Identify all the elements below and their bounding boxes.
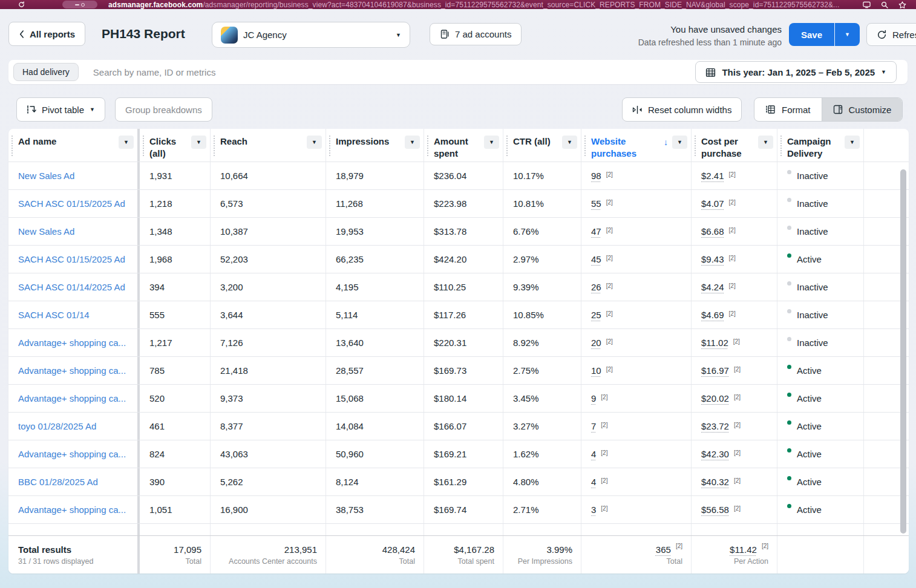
cell-impressions: 8,124 <box>326 468 424 495</box>
metric-value[interactable]: $2.41 <box>701 171 724 181</box>
column-menu-caret[interactable]: ▼ <box>191 136 206 149</box>
pivot-table-button[interactable]: Pivot table ▼ <box>16 97 105 122</box>
send-to-device-icon[interactable] <box>863 1 871 8</box>
column-drag-handle-icon[interactable] <box>11 136 13 156</box>
ad-name-link[interactable]: New Sales Ad <box>18 226 74 237</box>
metric-value[interactable]: $42.30 <box>701 449 729 459</box>
extension-pill[interactable] <box>62 1 97 8</box>
column-drag-handle-icon[interactable] <box>695 136 696 156</box>
column-drag-handle-icon[interactable] <box>329 136 330 156</box>
footer-total-value[interactable]: 365[2] <box>656 544 682 555</box>
customize-button[interactable]: Customize <box>822 98 903 121</box>
ad-name-link[interactable]: New Sales Ad <box>18 171 74 181</box>
vertical-scrollbar-thumb[interactable] <box>900 169 906 534</box>
metric-value[interactable]: 3 <box>591 505 596 515</box>
column-header-spent[interactable]: Amount spent▼ <box>424 129 503 162</box>
column-menu-caret[interactable]: ▼ <box>405 136 420 149</box>
save-button[interactable]: Save <box>789 23 834 46</box>
reload-icon[interactable] <box>18 1 25 8</box>
column-drag-handle-icon[interactable] <box>427 136 428 156</box>
column-drag-handle-icon[interactable] <box>584 136 586 156</box>
column-drag-handle-icon[interactable] <box>214 136 215 156</box>
column-menu-caret[interactable]: ▼ <box>758 136 773 149</box>
cell-reach: 43,063 <box>211 440 326 468</box>
column-drag-handle-icon[interactable] <box>506 136 508 156</box>
column-menu-caret[interactable]: ▼ <box>562 136 577 149</box>
column-menu-caret[interactable]: ▼ <box>484 136 499 149</box>
format-button[interactable]: Format <box>754 98 822 121</box>
report-table: Ad name▼Clicks (all)▼Reach▼Impressions▼A… <box>8 129 909 573</box>
cell-spent: $110.25 <box>424 273 503 301</box>
metric-value[interactable]: $20.02 <box>701 393 729 403</box>
column-drag-handle-icon[interactable] <box>143 136 144 156</box>
save-options-caret[interactable]: ▼ <box>834 23 860 46</box>
metric-value[interactable]: $40.32 <box>701 477 729 487</box>
column-header-purchases[interactable]: Website purchases↓▼ <box>581 129 692 162</box>
search-icon[interactable] <box>881 1 888 8</box>
column-header-impressions[interactable]: Impressions▼ <box>326 129 424 162</box>
column-header-ctr[interactable]: CTR (all)▼ <box>503 129 581 162</box>
column-menu-caret[interactable]: ▼ <box>119 136 134 149</box>
metric-value[interactable]: 47 <box>591 226 601 237</box>
metric-value[interactable]: 4 <box>591 449 596 459</box>
footer-cell-purchases: 365[2]Total <box>581 536 692 573</box>
unsaved-changes-text: You have unsaved changes <box>638 24 782 34</box>
cell-impressions: 5,114 <box>326 301 424 328</box>
metric-value[interactable]: $23.72 <box>701 421 729 431</box>
cell-clicks: 1,217 <box>140 329 211 356</box>
metric-value[interactable]: $4.07 <box>701 198 724 209</box>
ad-accounts-button[interactable]: 7 ad accounts <box>430 23 522 45</box>
column-header-delivery[interactable]: Campaign Delivery▼ <box>777 129 864 162</box>
ad-name-link[interactable]: BBC 01/28/2025 Ad <box>18 477 98 487</box>
metric-value[interactable]: $11.02 <box>701 338 728 348</box>
ad-name-link[interactable]: SACH ASC 01/15/2025 Ad <box>18 198 125 209</box>
column-header-clicks[interactable]: Clicks (all)▼ <box>140 129 211 162</box>
business-selector[interactable]: JC Agency ▼ <box>212 22 410 48</box>
ad-name-link[interactable]: SACH ASC 01/14 <box>18 310 90 320</box>
refresh-button[interactable]: Refresh <box>866 23 916 46</box>
metric-value[interactable]: 45 <box>591 254 601 264</box>
ad-name-link[interactable]: Advantage+ shopping ca... <box>18 393 126 403</box>
bookmark-star-icon[interactable] <box>898 1 906 8</box>
metric-value[interactable]: $4.69 <box>701 310 724 320</box>
ad-name-link[interactable]: Advantage+ shopping ca... <box>18 338 126 348</box>
url-text[interactable]: adsmanager.facebook.com/adsmanager/repor… <box>108 1 855 9</box>
metric-value[interactable]: 98 <box>591 171 601 181</box>
column-drag-handle-icon[interactable] <box>780 136 782 156</box>
metric-value[interactable]: 10 <box>591 365 601 376</box>
reset-column-widths-button[interactable]: Reset column widths <box>622 97 742 122</box>
ad-name-link[interactable]: toyo 01/28/2025 Ad <box>18 421 96 431</box>
metric-value[interactable]: $56.58 <box>701 505 729 515</box>
metric-value[interactable]: 26 <box>591 282 601 292</box>
ad-name-link[interactable]: SACH ASC 01/15/2025 Ad <box>18 254 125 264</box>
ad-name-link[interactable]: Advantage+ shopping ca... <box>18 365 126 376</box>
search-input[interactable] <box>93 67 696 77</box>
all-reports-back-button[interactable]: All reports <box>8 22 85 46</box>
ad-name-link[interactable]: Advantage+ shopping ca... <box>18 449 126 459</box>
ad-name-link[interactable]: SACH ASC 01/14/2025 Ad <box>18 282 125 292</box>
column-menu-caret[interactable]: ▼ <box>845 136 860 149</box>
column-menu-caret[interactable]: ▼ <box>672 136 687 149</box>
metric-value[interactable]: 7 <box>591 421 596 431</box>
browser-url-bar[interactable]: adsmanager.facebook.com/adsmanager/repor… <box>0 0 916 9</box>
metric-value[interactable]: $16.97 <box>701 365 729 376</box>
had-delivery-filter-chip[interactable]: Had delivery <box>13 63 79 81</box>
metric-value[interactable]: $4.24 <box>701 282 724 292</box>
column-header-reach[interactable]: Reach▼ <box>211 129 326 162</box>
cell-purchases: 45[2] <box>581 246 692 273</box>
footer-total-value[interactable]: $11.42[2] <box>730 544 768 555</box>
column-header-cost[interactable]: Cost per purchase▼ <box>692 129 777 162</box>
metric-value[interactable]: 20 <box>591 338 601 348</box>
metric-value[interactable]: $9.43 <box>701 254 724 264</box>
metric-value[interactable]: $6.68 <box>701 226 724 237</box>
group-breakdowns-button[interactable]: Group breakdowns <box>115 97 212 122</box>
column-header-name[interactable]: Ad name▼ <box>8 129 140 162</box>
metric-value[interactable]: 4 <box>591 477 596 487</box>
ad-name-link[interactable]: Advantage+ shopping ca... <box>18 505 126 515</box>
page-title: PH143 Report <box>102 27 185 41</box>
column-menu-caret[interactable]: ▼ <box>307 136 322 149</box>
metric-value[interactable]: 25 <box>591 310 601 320</box>
date-range-button[interactable]: This year: Jan 1, 2025 – Feb 5, 2025 ▼ <box>695 61 897 83</box>
metric-value[interactable]: 9 <box>591 393 596 403</box>
metric-value[interactable]: 55 <box>591 198 601 209</box>
